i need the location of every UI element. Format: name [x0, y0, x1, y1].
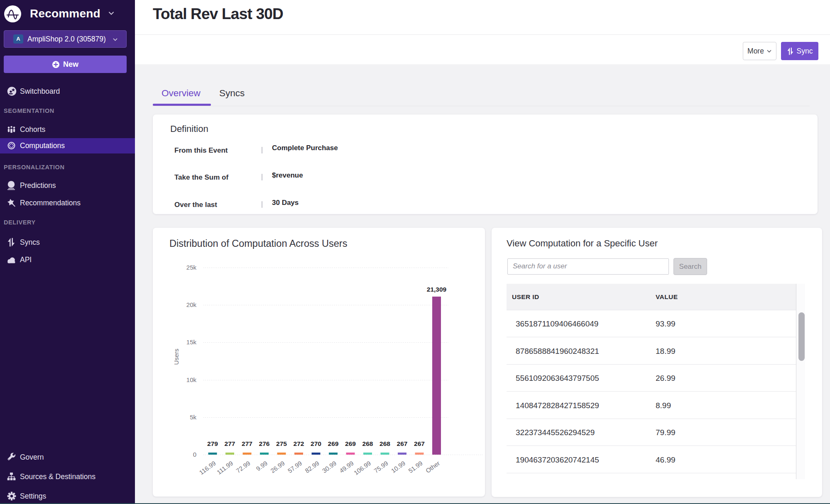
svg-text:277: 277 — [242, 440, 252, 447]
svg-text:277: 277 — [225, 440, 235, 447]
svg-text:269: 269 — [345, 440, 356, 447]
svg-text:106.99: 106.99 — [353, 460, 372, 477]
svg-text:270: 270 — [311, 440, 321, 447]
svg-text:26.99: 26.99 — [269, 460, 286, 475]
svg-text:268: 268 — [362, 440, 373, 447]
svg-text:15k: 15k — [186, 338, 197, 346]
svg-text:75.99: 75.99 — [372, 460, 389, 475]
svg-text:279: 279 — [207, 440, 218, 447]
svg-text:Other: Other — [424, 460, 441, 475]
svg-text:275: 275 — [276, 440, 287, 447]
svg-text:0: 0 — [193, 451, 196, 458]
svg-text:57.99: 57.99 — [286, 460, 303, 475]
svg-text:51.99: 51.99 — [407, 460, 424, 475]
svg-text:25k: 25k — [186, 264, 197, 271]
svg-text:267: 267 — [414, 440, 425, 447]
svg-text:49.99: 49.99 — [338, 460, 355, 475]
svg-text:21,309: 21,309 — [427, 286, 447, 293]
svg-text:82.99: 82.99 — [304, 460, 320, 475]
svg-text:116.99: 116.99 — [198, 460, 217, 476]
svg-text:267: 267 — [397, 440, 408, 447]
svg-text:30.99: 30.99 — [321, 460, 338, 475]
svg-text:10k: 10k — [186, 376, 197, 383]
svg-text:268: 268 — [379, 440, 390, 447]
svg-text:20k: 20k — [186, 301, 197, 308]
svg-text:269: 269 — [328, 440, 339, 447]
svg-text:Users: Users — [173, 348, 180, 365]
svg-text:276: 276 — [259, 440, 270, 447]
svg-text:111.99: 111.99 — [215, 460, 234, 476]
svg-text:10.99: 10.99 — [390, 460, 406, 475]
svg-text:272: 272 — [294, 440, 304, 447]
svg-text:5k: 5k — [190, 414, 196, 421]
svg-text:72.99: 72.99 — [235, 460, 251, 475]
svg-text:9.99: 9.99 — [255, 460, 269, 472]
